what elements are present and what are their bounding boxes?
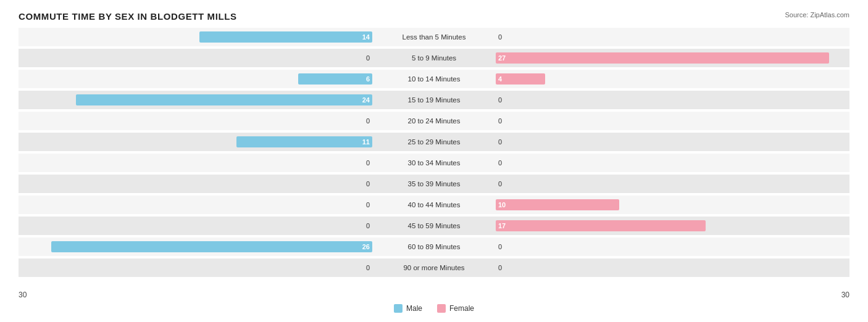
right-side: 0 [496,91,849,109]
row-label: 30 to 34 Minutes [372,159,496,167]
row-label: 90 or more Minutes [372,264,496,271]
male-value-zero: 0 [366,54,370,62]
axis-right: 30 [841,291,849,299]
chart-row: 2660 to 89 Minutes0 [19,237,849,256]
axis-row: 30 30 [19,291,849,299]
chart-area: 14Less than 5 Minutes005 to 9 Minutes276… [19,28,849,287]
bar-female: 17 [496,220,706,231]
right-side: 0 [496,154,849,172]
male-value-zero: 0 [366,159,370,167]
bar-female: 4 [496,73,545,85]
left-side: 0 [19,175,372,193]
left-side: 11 [19,133,372,151]
right-side: 0 [496,112,849,130]
row-label: 40 to 44 Minutes [372,201,496,208]
male-value-zero: 0 [366,201,370,208]
row-label: Less than 5 Minutes [372,33,496,41]
left-side: 0 [19,258,372,277]
male-value-zero: 0 [366,222,370,229]
female-value-inside: 4 [496,75,502,83]
female-value-inside: 17 [496,222,506,229]
bar-female: 27 [496,52,829,64]
male-value-inside: 14 [362,33,372,41]
left-side: 14 [19,28,372,46]
bar-male: 24 [76,94,372,105]
row-label: 15 to 19 Minutes [372,96,496,104]
male-value-inside: 24 [362,96,372,104]
legend: Male Female [19,304,849,313]
row-label: 10 to 14 Minutes [372,75,496,83]
bar-male: 11 [236,136,372,147]
right-side: 10 [496,196,849,214]
legend-female-box [437,304,446,313]
male-value-inside: 26 [362,243,372,250]
male-value-inside: 6 [366,75,372,83]
legend-male: Male [394,304,422,313]
bar-female: 10 [496,199,619,210]
row-label: 60 to 89 Minutes [372,243,496,250]
female-value-zero: 0 [498,159,502,167]
legend-female-label: Female [449,304,474,313]
female-value-zero: 0 [498,264,502,271]
legend-male-box [394,304,403,313]
legend-male-label: Male [406,304,422,313]
bar-male: 14 [199,31,372,43]
female-value-inside: 10 [496,201,506,208]
chart-row: 610 to 14 Minutes4 [19,70,849,88]
female-value-zero: 0 [498,96,502,104]
bar-male: 26 [51,241,372,252]
right-side: 27 [496,49,849,67]
right-side: 0 [496,237,849,256]
female-value-zero: 0 [498,138,502,146]
chart-container: COMMUTE TIME BY SEX IN BLODGETT MILLS So… [0,0,868,322]
chart-title: COMMUTE TIME BY SEX IN BLODGETT MILLS [19,11,849,22]
left-side: 0 [19,217,372,235]
chart-row: 05 to 9 Minutes27 [19,49,849,67]
female-value-zero: 0 [498,243,502,250]
chart-row: 090 or more Minutes0 [19,258,849,277]
male-value-zero: 0 [366,264,370,271]
female-value-zero: 0 [498,180,502,188]
chart-row: 1125 to 29 Minutes0 [19,133,849,151]
right-side: 0 [496,175,849,193]
male-value-inside: 11 [362,138,372,146]
left-side: 6 [19,70,372,88]
row-label: 5 to 9 Minutes [372,54,496,62]
right-side: 0 [496,28,849,46]
left-side: 0 [19,112,372,130]
chart-row: 040 to 44 Minutes10 [19,196,849,214]
chart-row: 14Less than 5 Minutes0 [19,28,849,46]
right-side: 17 [496,217,849,235]
chart-row: 045 to 59 Minutes17 [19,217,849,235]
left-side: 26 [19,237,372,256]
left-side: 24 [19,91,372,109]
row-label: 45 to 59 Minutes [372,222,496,229]
chart-row: 020 to 24 Minutes0 [19,112,849,130]
row-label: 35 to 39 Minutes [372,180,496,188]
axis-left: 30 [19,291,27,299]
female-value-inside: 27 [496,54,506,62]
chart-row: 030 to 34 Minutes0 [19,154,849,172]
female-value-zero: 0 [498,117,502,125]
male-value-zero: 0 [366,117,370,125]
right-side: 0 [496,133,849,151]
male-value-zero: 0 [366,180,370,188]
chart-row: 2415 to 19 Minutes0 [19,91,849,109]
left-side: 0 [19,154,372,172]
row-label: 20 to 24 Minutes [372,117,496,125]
chart-row: 035 to 39 Minutes0 [19,175,849,193]
source-label: Source: ZipAtlas.com [785,11,849,19]
legend-female: Female [437,304,474,313]
right-side: 4 [496,70,849,88]
left-side: 0 [19,49,372,67]
row-label: 25 to 29 Minutes [372,138,496,146]
right-side: 0 [496,258,849,277]
female-value-zero: 0 [498,33,502,41]
left-side: 0 [19,196,372,214]
bar-male: 6 [298,73,372,85]
